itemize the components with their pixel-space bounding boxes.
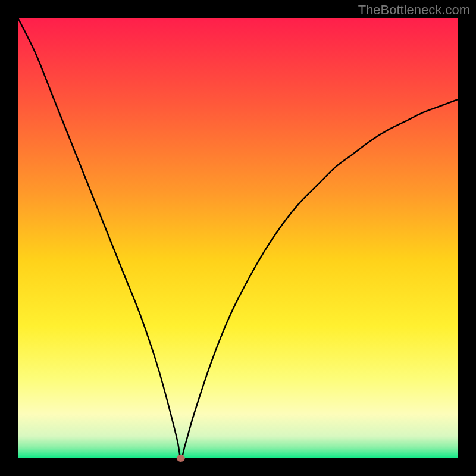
chart-root: TheBottleneck.com — [0, 0, 476, 476]
bottleneck-chart — [0, 0, 476, 476]
optimal-point-marker — [177, 455, 185, 462]
plot-area — [18, 18, 458, 458]
watermark-text: TheBottleneck.com — [358, 2, 470, 18]
